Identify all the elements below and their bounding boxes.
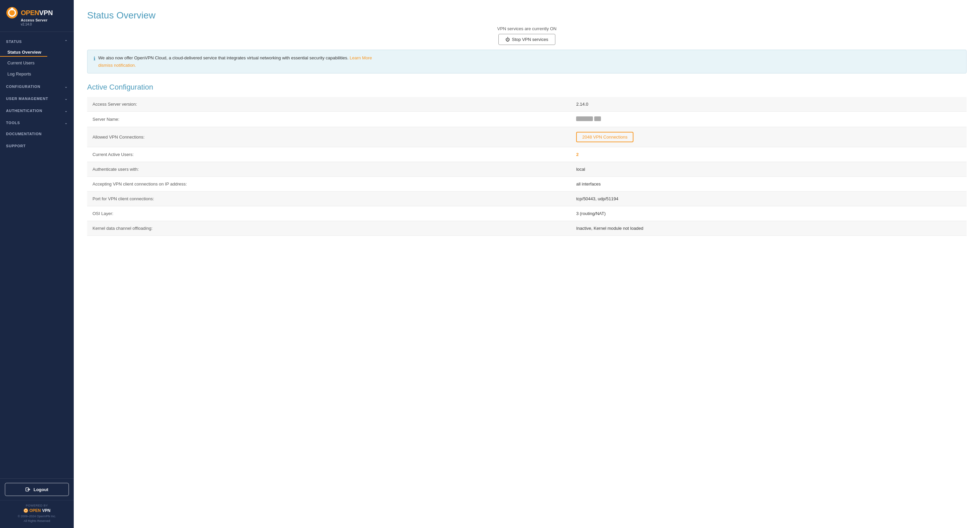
footer-brand: OPENVPN bbox=[5, 508, 69, 513]
svg-point-7 bbox=[25, 509, 26, 510]
logout-label: Logout bbox=[33, 487, 48, 492]
logout-button[interactable]: Logout bbox=[5, 483, 69, 496]
config-value: 2.14.0 bbox=[571, 97, 967, 112]
sidebar-section-tools-header[interactable]: TOOLS ⌄ bbox=[0, 117, 74, 128]
config-value: local bbox=[571, 162, 967, 177]
table-row: Kernel data channel offloading:Inactive,… bbox=[87, 221, 967, 236]
logo-version: v2.14.0 bbox=[21, 22, 68, 26]
notification-banner: ℹ We also now offer OpenVPN Cloud, a clo… bbox=[87, 49, 967, 73]
table-row: Accepting VPN client connections on IP a… bbox=[87, 177, 967, 191]
notification-text: We also now offer OpenVPN Cloud, a cloud… bbox=[98, 55, 372, 69]
sidebar-logo: OPENVPN Access Server v2.14.0 bbox=[0, 0, 74, 32]
logo-vpn: VPN bbox=[39, 9, 53, 16]
config-label: Current Active Users: bbox=[87, 147, 571, 162]
learn-more-link[interactable]: Learn More bbox=[350, 55, 372, 61]
table-row: Authenticate users with:local bbox=[87, 162, 967, 177]
sidebar-section-tools-label: TOOLS bbox=[6, 121, 20, 125]
page-title: Status Overview bbox=[87, 10, 967, 21]
config-label: Accepting VPN client connections on IP a… bbox=[87, 177, 571, 191]
config-table: Access Server version:2.14.0Server Name:… bbox=[87, 97, 967, 236]
footer-logo-icon bbox=[24, 508, 28, 513]
main-content: Status Overview VPN services are current… bbox=[74, 0, 980, 528]
config-value bbox=[571, 112, 967, 127]
table-row: Port for VPN client connections:tcp/5044… bbox=[87, 191, 967, 206]
config-label: Port for VPN client connections: bbox=[87, 191, 571, 206]
chevron-down-icon-user: ⌄ bbox=[64, 96, 68, 101]
footer-open: OPEN bbox=[30, 508, 41, 513]
config-label: Allowed VPN Connections: bbox=[87, 127, 571, 147]
sidebar-nav: STATUS ⌃ Status Overview Current Users L… bbox=[0, 32, 74, 479]
documentation-label: DOCUMENTATION bbox=[6, 132, 42, 136]
table-row: OSI Layer:3 (routing/NAT) bbox=[87, 206, 967, 221]
active-users-count: 2 bbox=[576, 152, 579, 157]
table-row: Current Active Users:2 bbox=[87, 147, 967, 162]
config-label: Access Server version: bbox=[87, 97, 571, 112]
sidebar-footer: POWERED BY OPENVPN © 2009–2024 OpenVPN I… bbox=[0, 500, 74, 528]
sidebar-section-user-management: USER MANAGEMENT ⌄ bbox=[0, 93, 74, 104]
footer-copyright: © 2009–2024 OpenVPN Inc.All Rights Reser… bbox=[5, 514, 69, 523]
sidebar-section-status-header[interactable]: STATUS ⌃ bbox=[0, 36, 74, 46]
config-label: Authenticate users with: bbox=[87, 162, 571, 177]
table-row: Access Server version:2.14.0 bbox=[87, 97, 967, 112]
sidebar-item-current-users[interactable]: Current Users bbox=[0, 58, 74, 68]
config-value: tcp/50443, udp/51194 bbox=[571, 191, 967, 206]
config-label: OSI Layer: bbox=[87, 206, 571, 221]
current-users-wrapper: Current Users bbox=[0, 57, 74, 69]
logo-subtitle: Access Server bbox=[21, 18, 68, 22]
info-icon: ℹ bbox=[94, 55, 95, 63]
config-value[interactable]: 2048 VPN Connections bbox=[571, 127, 967, 147]
sidebar-section-configuration-header[interactable]: CONFIGURATION ⌄ bbox=[0, 81, 74, 92]
sidebar: OPENVPN Access Server v2.14.0 STATUS ⌃ S… bbox=[0, 0, 74, 528]
chevron-up-icon: ⌃ bbox=[64, 39, 68, 44]
sidebar-section-configuration-label: CONFIGURATION bbox=[6, 85, 40, 89]
chevron-down-icon-tools: ⌄ bbox=[64, 120, 68, 125]
logo-open: OPEN bbox=[21, 9, 39, 16]
server-name-redacted bbox=[576, 116, 601, 121]
config-value: all interfaces bbox=[571, 177, 967, 191]
logout-icon bbox=[25, 487, 31, 492]
sidebar-section-configuration: CONFIGURATION ⌄ bbox=[0, 81, 74, 92]
sidebar-section-status-label: STATUS bbox=[6, 40, 22, 44]
stop-vpn-label: Stop VPN services bbox=[512, 37, 548, 42]
sidebar-item-support[interactable]: SUPPORT bbox=[0, 140, 74, 152]
sidebar-section-authentication-label: AUTHENTICATION bbox=[6, 109, 42, 113]
dismiss-notification-link[interactable]: dismiss notification. bbox=[98, 62, 372, 69]
table-row: Allowed VPN Connections:2048 VPN Connect… bbox=[87, 127, 967, 147]
config-label: Server Name: bbox=[87, 112, 571, 127]
stop-vpn-button[interactable]: ⏻ Stop VPN services bbox=[498, 34, 555, 45]
power-icon: ⏻ bbox=[506, 37, 510, 42]
svg-point-2 bbox=[11, 8, 13, 10]
vpn-status-bar: VPN services are currently ON ⏻ Stop VPN… bbox=[87, 26, 967, 45]
sidebar-section-status: STATUS ⌃ Status Overview Current Users L… bbox=[0, 36, 74, 80]
chevron-down-icon-auth: ⌄ bbox=[64, 108, 68, 113]
status-overview-wrapper: Status Overview bbox=[0, 46, 74, 57]
footer-powered-label: POWERED BY bbox=[5, 504, 69, 507]
config-value: 3 (routing/NAT) bbox=[571, 206, 967, 221]
sidebar-section-user-management-label: USER MANAGEMENT bbox=[6, 97, 48, 100]
sidebar-section-tools: TOOLS ⌄ bbox=[0, 117, 74, 128]
log-reports-wrapper: Log Reports bbox=[0, 69, 74, 80]
config-value: Inactive, Kernel module not loaded bbox=[571, 221, 967, 236]
vpn-status-text: VPN services are currently ON bbox=[87, 26, 967, 31]
vpn-connections-badge[interactable]: 2048 VPN Connections bbox=[576, 132, 633, 142]
support-label: SUPPORT bbox=[6, 144, 26, 148]
active-config-title: Active Configuration bbox=[87, 83, 967, 92]
sidebar-item-log-reports[interactable]: Log Reports bbox=[0, 69, 74, 79]
sidebar-item-documentation[interactable]: DOCUMENTATION bbox=[0, 128, 74, 140]
sidebar-section-authentication-header[interactable]: AUTHENTICATION ⌄ bbox=[0, 105, 74, 116]
config-label: Kernel data channel offloading: bbox=[87, 221, 571, 236]
sidebar-section-user-management-header[interactable]: USER MANAGEMENT ⌄ bbox=[0, 93, 74, 104]
sidebar-item-status-overview[interactable]: Status Overview bbox=[0, 47, 47, 57]
openvpn-logo-icon bbox=[6, 7, 18, 19]
chevron-down-icon-config: ⌄ bbox=[64, 84, 68, 89]
table-row: Server Name: bbox=[87, 112, 967, 127]
config-value: 2 bbox=[571, 147, 967, 162]
sidebar-logout-area: Logout bbox=[0, 479, 74, 500]
sidebar-section-authentication: AUTHENTICATION ⌄ bbox=[0, 105, 74, 116]
footer-vpn: VPN bbox=[42, 508, 51, 513]
